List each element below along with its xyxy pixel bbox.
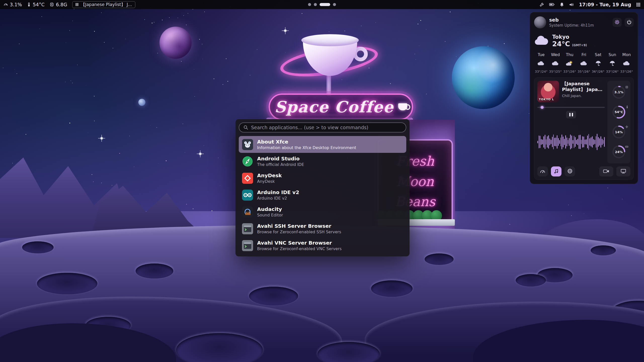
xfce-icon (242, 139, 253, 150)
memory-icon (625, 145, 628, 149)
display-button[interactable] (616, 166, 630, 176)
forecast-day: Sun 33°/26° (605, 52, 620, 73)
audio-waveform (537, 120, 605, 163)
now-playing-text: 【Japanese Playlist】 J... (81, 2, 132, 8)
clock[interactable]: 17:09 - Tue, 19 Aug (579, 2, 631, 7)
forecast-day: Mon 33°/26° (619, 52, 634, 73)
pause-button[interactable] (566, 111, 576, 118)
user-section: seb System Uptime: 4h11m (534, 16, 634, 28)
app-subtitle: The official Android IDE (257, 162, 304, 167)
launcher-item-anydesk[interactable]: AnyDesk AnyDesk (239, 170, 406, 187)
weather-forecast: Tue 33°/24° Wed 35°/25° Thu 33°/26° Fri … (534, 52, 634, 73)
forecast-day: Wed 35°/25° (548, 52, 563, 73)
cpu-gauge: 3.1% (607, 84, 630, 100)
app-subtitle: Sound Editor (257, 213, 283, 217)
launcher-item-avahi-ssh[interactable]: Avahi SSH Server Browser Browse for Zero… (239, 220, 406, 237)
crater (425, 253, 454, 265)
app-title: AnyDesk (257, 173, 282, 178)
memory-stat: 6.8G (50, 2, 67, 7)
temperature-value: 54°C (33, 2, 45, 7)
cpu-icon (625, 85, 628, 90)
cloud-icon (534, 59, 548, 68)
seek-handle[interactable] (541, 106, 544, 109)
cloud-icon (577, 59, 591, 68)
settings-button[interactable] (613, 18, 622, 27)
memory-gauge-value: 24% (615, 150, 623, 154)
gear-icon (615, 20, 620, 25)
system-gauges: 3.1% 54°C 14% 24% (607, 81, 630, 163)
video-camera-icon (603, 169, 610, 174)
seek-slider[interactable] (537, 107, 605, 108)
tools-icon[interactable] (539, 2, 544, 7)
launcher-item-arduino[interactable]: Arduino IDE v2 Arduino IDE v2 (239, 187, 406, 203)
android-studio-icon (242, 156, 253, 167)
sign-pole (327, 75, 331, 96)
cloud-icon (548, 59, 563, 68)
workspace-dot[interactable] (320, 3, 330, 6)
gear-icon (625, 125, 628, 129)
globe-icon (567, 168, 573, 174)
workspace-dot[interactable] (308, 3, 311, 6)
control-panel: seb System Uptime: 4h11m Tokyo 24°C (GMT… (530, 12, 638, 184)
album-art-caption: TOKYO L (539, 98, 554, 101)
temperature-gauge-value: 54°C (615, 110, 623, 114)
sign-text: Space Coffee (274, 98, 394, 116)
app-grid-icon[interactable] (636, 3, 640, 7)
umbrella-icon (591, 59, 605, 68)
music-note-icon (554, 169, 559, 174)
search-icon (243, 125, 248, 130)
terminal-icon (242, 240, 253, 251)
crater (22, 241, 54, 253)
launcher-item-audacity[interactable]: Audacity Sound Editor (239, 203, 406, 220)
forecast-day: Tue 33°/24° (534, 52, 548, 73)
power-button[interactable] (625, 18, 634, 27)
disk-gauge: 14% (607, 124, 630, 140)
screen-record-button[interactable] (599, 166, 613, 176)
display-icon (620, 169, 626, 174)
app-title: Avahi SSH Server Browser (257, 223, 341, 229)
power-icon (627, 20, 632, 25)
album-art[interactable]: TOKYO L (537, 81, 559, 102)
avatar[interactable] (534, 16, 546, 28)
workspace-dots (308, 0, 336, 9)
audacity-icon (242, 206, 253, 217)
coffee-cup-icon (398, 103, 407, 110)
music-player: TOKYO L 【Japanese Playlist】 Japan All Ni… (537, 81, 605, 163)
pause-icon (569, 113, 571, 116)
weather-temperature: 24°C (552, 40, 570, 48)
cpu-value: 3.1% (10, 2, 22, 7)
top-bar: 3.1% 54°C 6.8G 【Japanese Playlist】 J... (0, 0, 644, 9)
app-title: About Xfce (257, 139, 356, 145)
forecast-day: Fri 35°/26° (577, 52, 591, 73)
now-playing-pill[interactable]: 【Japanese Playlist】 J... (72, 1, 135, 8)
workspace-dot[interactable] (333, 3, 336, 6)
sun-cloud-icon (562, 59, 577, 68)
workspace-dot[interactable] (314, 3, 317, 6)
volume-icon[interactable] (569, 3, 574, 7)
app-title: Android Studio (257, 156, 304, 162)
crater (591, 245, 616, 255)
search-bar (239, 122, 406, 132)
terminal-icon (242, 223, 253, 234)
search-input[interactable] (251, 125, 402, 130)
memory-value: 6.8G (56, 2, 67, 7)
cpu-stat: 3.1% (4, 2, 22, 7)
performance-button[interactable] (537, 166, 548, 176)
weather-timezone: (GMT+9) (572, 43, 587, 47)
battery-icon[interactable] (549, 3, 555, 6)
launcher-item-about-xfce[interactable]: About Xfce Information about the Xfce De… (239, 136, 406, 153)
launcher-item-avahi-vnc[interactable]: Avahi VNC Server Browser Browse for Zero… (239, 237, 406, 254)
neon-sign: Space Coffee (269, 94, 413, 120)
bell-icon[interactable] (560, 2, 564, 7)
web-button[interactable] (565, 166, 575, 176)
launcher-item-android-studio[interactable]: Android Studio The official Android IDE (239, 153, 406, 170)
track-title: 【Japanese Playlist】 Japan All Night - To… (562, 81, 605, 93)
disk-gauge-value: 14% (615, 130, 623, 134)
app-title: Audacity (257, 206, 283, 212)
music-mode-button[interactable] (551, 166, 561, 176)
quick-actions (537, 166, 630, 176)
app-subtitle: Information about the Xfce Desktop Envir… (257, 146, 356, 150)
coffee-cup-rim (301, 34, 359, 46)
forecast-day: Sat 36°/26° (591, 52, 605, 73)
cloud-icon (534, 35, 549, 47)
